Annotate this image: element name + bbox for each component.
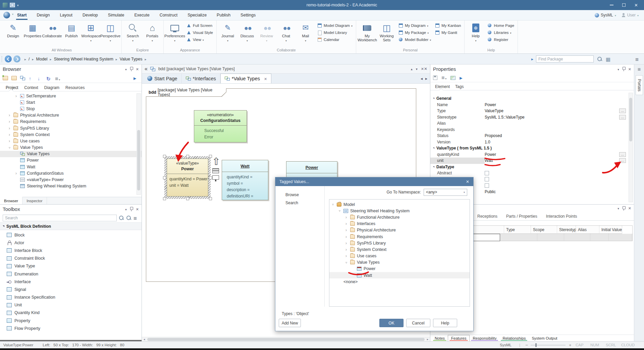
dialog-nav-item[interactable]: Browse bbox=[275, 191, 324, 199]
checkbox[interactable] bbox=[485, 171, 489, 175]
zoom-slider[interactable] bbox=[531, 345, 566, 345]
features-tab[interactable]: Interaction Points bbox=[546, 214, 577, 219]
ribbon-small-button[interactable]: Model Diagram bbox=[317, 23, 353, 29]
toolbox-item[interactable]: Block bbox=[0, 231, 142, 239]
dialog-nav-item[interactable]: Search bbox=[275, 199, 324, 207]
tree-item[interactable]: Watt bbox=[329, 272, 470, 278]
tree-item[interactable]: Physical Architecture bbox=[0, 112, 142, 119]
expand-right-icon[interactable] bbox=[460, 76, 462, 80]
ribbon-button[interactable]: Mail bbox=[296, 21, 315, 41]
breadcrumb-item[interactable]: Value Types bbox=[120, 57, 143, 61]
dock-tab[interactable]: Browser bbox=[0, 197, 22, 204]
ribbon-small-button[interactable]: Libraries bbox=[487, 30, 514, 36]
resize-handle[interactable] bbox=[186, 197, 189, 200]
tree-item[interactable]: Steering Wheel Heating System bbox=[329, 208, 470, 214]
tree-item[interactable]: Watt bbox=[0, 164, 142, 170]
close-icon[interactable] bbox=[136, 67, 139, 72]
ribbon-small-button[interactable]: My Package bbox=[398, 30, 431, 36]
find-package-input[interactable] bbox=[536, 55, 594, 62]
quicklink-arrow-icon[interactable] bbox=[212, 156, 220, 167]
zoom-slider-thumb[interactable] bbox=[535, 343, 537, 347]
table-row[interactable] bbox=[467, 234, 632, 241]
perspective-selector[interactable]: SysML bbox=[595, 13, 616, 17]
new-package-icon[interactable] bbox=[3, 76, 8, 80]
dock-tab[interactable]: Responsibility bbox=[470, 335, 499, 341]
ribbon-tab[interactable]: Start bbox=[12, 10, 32, 20]
close-icon[interactable] bbox=[628, 206, 631, 211]
ribbon-button[interactable]: Publish bbox=[62, 21, 81, 41]
section-datatype[interactable]: DataType bbox=[430, 164, 634, 170]
tree-item[interactable]: Requirements bbox=[329, 233, 470, 240]
tree-expander-icon[interactable] bbox=[9, 114, 13, 117]
ribbon-small-button[interactable]: Visual Style bbox=[186, 30, 213, 36]
ribbon-button[interactable]: Collaborate bbox=[42, 21, 62, 41]
property-row[interactable]: Abstract … bbox=[430, 170, 634, 176]
ribbon-tab[interactable]: Develop bbox=[77, 10, 103, 20]
tree-expander-icon[interactable] bbox=[345, 216, 350, 219]
tree-expander-icon[interactable] bbox=[9, 120, 13, 123]
tree-item[interactable]: Stop bbox=[0, 105, 142, 112]
tab-interfaces[interactable]: *Interfaces bbox=[182, 74, 220, 83]
column-header[interactable]: Alias bbox=[576, 226, 599, 234]
ellipsis-button[interactable]: … bbox=[619, 115, 626, 120]
browser-tab[interactable]: Resources bbox=[63, 84, 87, 91]
property-row[interactable]: Version 1.0 … bbox=[430, 139, 634, 145]
tree-expander-icon[interactable] bbox=[9, 127, 13, 130]
toolbox-item[interactable]: Signal bbox=[0, 286, 142, 293]
resize-handle[interactable] bbox=[163, 197, 166, 200]
ribbon-button[interactable]: Discuss bbox=[237, 21, 257, 41]
minimize-button[interactable] bbox=[610, 5, 613, 5]
resize-handle[interactable] bbox=[209, 176, 212, 179]
caret-down-icon[interactable] bbox=[416, 67, 418, 71]
property-row[interactable]: Name Power … bbox=[430, 102, 634, 108]
dock-tab[interactable]: Inspector bbox=[22, 197, 47, 204]
tree-item[interactable]: Use cases bbox=[329, 253, 470, 259]
tab-value-types[interactable]: *Value Types bbox=[220, 74, 271, 83]
tree-item[interactable]: ConfigurationStatus bbox=[0, 170, 142, 176]
status-perspective[interactable]: SysML bbox=[500, 343, 512, 347]
zoom-out-button[interactable]: − bbox=[525, 342, 528, 348]
hamburger-menu-icon[interactable] bbox=[441, 75, 446, 81]
ribbon-tab[interactable]: Publish bbox=[212, 10, 235, 20]
property-row[interactable]: unit Watt … bbox=[430, 158, 634, 164]
toolbox-item[interactable]: Flow Property bbox=[0, 324, 142, 332]
tree-item[interactable]: Power bbox=[0, 157, 142, 164]
breadcrumb-item[interactable]: Steering Wheel Heating System bbox=[54, 57, 113, 61]
tree-item[interactable]: Requirements bbox=[0, 119, 142, 125]
tree-expander-icon[interactable] bbox=[15, 172, 20, 175]
move-down-icon[interactable] bbox=[38, 76, 43, 80]
tab-start-page[interactable]: Start Page bbox=[143, 74, 182, 83]
find-expand-icon[interactable] bbox=[531, 57, 536, 61]
tree-expander-icon[interactable] bbox=[345, 242, 350, 245]
ribbon-small-button[interactable]: Model Builder bbox=[398, 37, 431, 43]
close-tab-icon[interactable] bbox=[262, 76, 267, 81]
tree-item[interactable]: <none> bbox=[329, 278, 470, 285]
search-icon[interactable] bbox=[119, 215, 124, 221]
new-diagram-icon[interactable] bbox=[20, 76, 25, 80]
appearance-icon[interactable] bbox=[450, 76, 455, 80]
tree-expander-icon[interactable] bbox=[9, 146, 13, 149]
ribbon-button[interactable]: Workspace bbox=[81, 21, 101, 41]
tree-item[interactable]: SysPhS Library bbox=[0, 125, 142, 131]
tree-item[interactable]: Physical Architecture bbox=[329, 227, 470, 233]
ribbon-button[interactable]: Working Sets bbox=[377, 21, 396, 45]
add-new-button[interactable]: Add New bbox=[279, 319, 301, 327]
tree-item[interactable]: Start bbox=[0, 99, 142, 105]
save-icon[interactable] bbox=[433, 76, 437, 80]
ribbon-tab[interactable]: Simulate bbox=[103, 10, 129, 20]
tree-expander-icon[interactable] bbox=[339, 209, 343, 213]
collapse-tabs-icon[interactable] bbox=[145, 66, 148, 72]
section-general[interactable]: General bbox=[430, 95, 634, 102]
tree-item[interactable]: «valueType» Power bbox=[0, 176, 142, 183]
tree-item[interactable]: Power bbox=[329, 266, 470, 272]
back-button[interactable] bbox=[5, 55, 12, 62]
ribbon-button[interactable]: Help bbox=[466, 21, 485, 41]
close-button[interactable]: ✕ bbox=[634, 3, 638, 8]
block-watt[interactable]: Watt quantityKind = symbol = description… bbox=[222, 160, 268, 200]
features-tab[interactable]: Parts / Properties bbox=[506, 214, 537, 219]
ribbon-button[interactable]: Journal bbox=[218, 21, 237, 41]
property-row[interactable]: Stereotype SysML 1.5::ValueType … bbox=[430, 114, 634, 121]
ribbon-button[interactable]: Chat bbox=[276, 21, 296, 41]
ribbon-tab[interactable]: Specialize bbox=[182, 10, 212, 20]
ribbon-tab[interactable]: Settings bbox=[235, 10, 261, 20]
